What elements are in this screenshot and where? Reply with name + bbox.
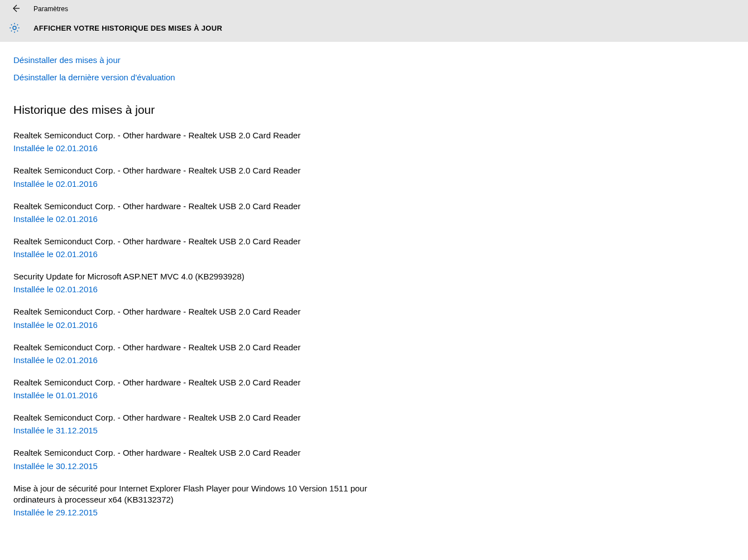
update-status-link[interactable]: Installée le 02.01.2016	[13, 143, 411, 153]
update-title: Realtek Semiconduct Corp. - Other hardwa…	[13, 412, 411, 423]
update-status-link[interactable]: Installée le 02.01.2016	[13, 249, 411, 259]
update-title: Realtek Semiconduct Corp. - Other hardwa…	[13, 201, 411, 212]
header-top: Paramètres	[8, 0, 748, 16]
history-heading: Historique des mises à jour	[13, 103, 411, 117]
update-status-link[interactable]: Installée le 30.12.2015	[13, 461, 411, 471]
arrow-left-icon	[11, 4, 20, 15]
update-item: Security Update for Microsoft ASP.NET MV…	[13, 271, 411, 294]
update-item: Realtek Semiconduct Corp. - Other hardwa…	[13, 165, 411, 188]
update-status-link[interactable]: Installée le 02.01.2016	[13, 320, 411, 330]
update-status-link[interactable]: Installée le 01.01.2016	[13, 390, 411, 400]
updates-list: Realtek Semiconduct Corp. - Other hardwa…	[13, 130, 411, 517]
update-item: Realtek Semiconduct Corp. - Other hardwa…	[13, 412, 411, 435]
update-title: Realtek Semiconduct Corp. - Other hardwa…	[13, 236, 411, 247]
update-item: Mise à jour de sécurité pour Internet Ex…	[13, 483, 411, 518]
update-item: Realtek Semiconduct Corp. - Other hardwa…	[13, 447, 411, 470]
update-status-link[interactable]: Installée le 02.01.2016	[13, 355, 411, 365]
update-status-link[interactable]: Installée le 02.01.2016	[13, 214, 411, 224]
update-item: Realtek Semiconduct Corp. - Other hardwa…	[13, 342, 411, 365]
update-title: Realtek Semiconduct Corp. - Other hardwa…	[13, 447, 411, 458]
update-title: Realtek Semiconduct Corp. - Other hardwa…	[13, 342, 411, 353]
update-item: Realtek Semiconduct Corp. - Other hardwa…	[13, 306, 411, 329]
update-title: Mise à jour de sécurité pour Internet Ex…	[13, 483, 411, 506]
update-status-link[interactable]: Installée le 29.12.2015	[13, 508, 411, 517]
update-title: Realtek Semiconduct Corp. - Other hardwa…	[13, 306, 411, 317]
update-item: Realtek Semiconduct Corp. - Other hardwa…	[13, 201, 411, 224]
update-status-link[interactable]: Installée le 02.01.2016	[13, 179, 411, 189]
update-status-link[interactable]: Installée le 31.12.2015	[13, 426, 411, 435]
uninstall-preview-link[interactable]: Désinstaller la dernière version d'évalu…	[13, 73, 411, 82]
update-title: Realtek Semiconduct Corp. - Other hardwa…	[13, 130, 411, 141]
app-name-label: Paramètres	[33, 5, 68, 13]
update-item: Realtek Semiconduct Corp. - Other hardwa…	[13, 130, 411, 153]
update-title: Security Update for Microsoft ASP.NET MV…	[13, 271, 411, 282]
back-button[interactable]	[8, 1, 23, 17]
header-title-row: AFFICHER VOTRE HISTORIQUE DES MISES À JO…	[8, 16, 748, 35]
page-title: AFFICHER VOTRE HISTORIQUE DES MISES À JO…	[33, 24, 222, 32]
svg-point-0	[13, 26, 16, 30]
update-title: Realtek Semiconduct Corp. - Other hardwa…	[13, 377, 411, 388]
gear-icon	[8, 21, 21, 35]
update-item: Realtek Semiconduct Corp. - Other hardwa…	[13, 377, 411, 400]
header-bar: Paramètres AFFICHER VOTRE HISTORIQUE DES…	[0, 0, 748, 42]
update-item: Realtek Semiconduct Corp. - Other hardwa…	[13, 236, 411, 259]
content-area: Désinstaller des mises à jour Désinstall…	[0, 42, 424, 517]
update-title: Realtek Semiconduct Corp. - Other hardwa…	[13, 165, 411, 176]
update-status-link[interactable]: Installée le 02.01.2016	[13, 284, 411, 294]
uninstall-updates-link[interactable]: Désinstaller des mises à jour	[13, 55, 411, 65]
